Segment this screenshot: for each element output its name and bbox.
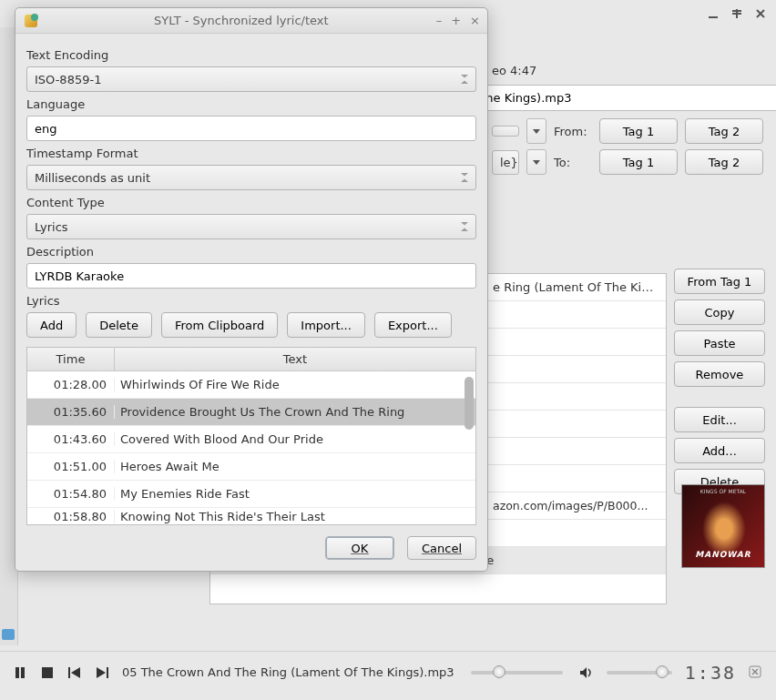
lyric-text: Knowing Not This Ride's Their Last xyxy=(115,510,475,523)
prev-track-icon[interactable] xyxy=(67,665,82,680)
lyric-text: Heroes Await Me xyxy=(115,460,475,473)
lyric-time: 01:35.60 xyxy=(27,405,115,419)
folder-icon[interactable] xyxy=(2,629,15,640)
lyric-text: Providence Brought Us The Crown And The … xyxy=(115,405,475,419)
svg-rect-9 xyxy=(21,667,25,678)
scrollbar-thumb[interactable] xyxy=(465,377,474,430)
lyric-time: 01:58.80 xyxy=(27,510,115,523)
dialog-minimize-icon[interactable]: – xyxy=(436,14,443,27)
album-figure xyxy=(702,502,746,556)
add-button[interactable]: Add... xyxy=(674,438,765,463)
svg-marker-15 xyxy=(580,667,587,678)
dialog-maximize-icon[interactable]: + xyxy=(451,14,461,27)
text-encoding-combo[interactable]: ISO-8859-1 xyxy=(26,66,476,92)
close-small-icon[interactable] xyxy=(749,665,763,680)
lyrics-row[interactable]: 01:43.60 Covered With Blood And Our Prid… xyxy=(27,426,475,453)
from-tag2-button[interactable]: Tag 2 xyxy=(685,118,763,144)
lyrics-row[interactable]: 01:54.80 My Enemies Ride Fast xyxy=(27,481,475,508)
text-encoding-label: Text Encoding xyxy=(26,48,476,62)
lyrics-toolbar: Add Delete From Clipboard Import... Expo… xyxy=(26,312,476,338)
lyric-time: 01:43.60 xyxy=(27,432,115,446)
from-clipboard-button[interactable]: From Clipboard xyxy=(161,312,278,338)
time-display: 1:38 xyxy=(685,662,736,684)
lyrics-delete-button[interactable]: Delete xyxy=(86,312,152,338)
svg-rect-0 xyxy=(709,16,718,18)
scrollbar[interactable] xyxy=(465,373,474,522)
chevron-down-icon[interactable] xyxy=(526,149,546,175)
album-art[interactable]: KINGS OF METAL MANOWAR xyxy=(681,484,765,568)
col-text-header[interactable]: Text xyxy=(115,348,475,370)
copy-button[interactable]: Copy xyxy=(674,299,765,325)
dialog-close-icon[interactable]: × xyxy=(470,14,480,27)
volume-slider[interactable] xyxy=(607,671,672,675)
timestamp-combo[interactable]: Milliseconds as unit xyxy=(26,165,476,190)
lyric-text: My Enemies Ride Fast xyxy=(115,487,475,501)
ok-button[interactable]: OK xyxy=(325,536,394,560)
svg-rect-3 xyxy=(736,9,738,18)
to-format-combo[interactable]: le} xyxy=(492,150,519,175)
svg-marker-7 xyxy=(533,160,540,165)
lyric-text: Covered With Blood And Our Pride xyxy=(115,432,475,446)
lyrics-add-button[interactable]: Add xyxy=(26,312,77,338)
player-bar: 05 The Crown And The Ring (Lament Of The… xyxy=(0,651,776,693)
minimize-icon[interactable] xyxy=(707,7,720,20)
edit-button[interactable]: Edit... xyxy=(674,407,765,432)
timestamp-value: Milliseconds as unit xyxy=(35,171,150,185)
chevron-down-icon[interactable] xyxy=(526,118,546,144)
content-type-combo[interactable]: Lyrics xyxy=(26,214,476,239)
lyric-time: 01:54.80 xyxy=(27,487,115,501)
to-tag1-button[interactable]: Tag 1 xyxy=(599,149,678,175)
dialog-footer: OK Cancel xyxy=(26,536,476,560)
lyric-time: 01:51.00 xyxy=(27,460,115,473)
lyrics-label: Lyrics xyxy=(26,294,476,308)
lyrics-table-header: Time Text xyxy=(27,348,475,371)
text-encoding-value: ISO-8859-1 xyxy=(35,73,101,86)
col-time-header[interactable]: Time xyxy=(27,348,115,370)
sylt-dialog: SYLT - Synchronized lyric/text – + × Tex… xyxy=(15,7,488,572)
lyrics-row[interactable]: 01:51.00 Heroes Await Me xyxy=(27,453,475,481)
album-top-text: KINGS OF METAL xyxy=(682,488,764,494)
close-icon[interactable] xyxy=(754,7,767,20)
album-logo-text: MANOWAR xyxy=(686,550,761,564)
now-playing-label: 05 The Crown And The Ring (Lament Of The… xyxy=(122,665,454,679)
lyrics-table-body: 01:28.00 Whirlwinds Of Fire We Ride 01:3… xyxy=(27,371,475,524)
svg-rect-10 xyxy=(42,667,53,678)
language-input[interactable] xyxy=(26,116,476,141)
svg-rect-11 xyxy=(68,667,70,678)
paste-button[interactable]: Paste xyxy=(674,330,765,356)
content-type-value: Lyrics xyxy=(35,220,68,234)
dialog-titlebar[interactable]: SYLT - Synchronized lyric/text – + × xyxy=(15,8,487,34)
svg-marker-12 xyxy=(71,667,80,678)
lyrics-row[interactable]: 01:58.80 Knowing Not This Ride's Their L… xyxy=(27,508,475,524)
pause-icon[interactable] xyxy=(13,665,27,680)
description-label: Description xyxy=(26,245,476,259)
to-label: To: xyxy=(554,156,592,169)
dialog-title: SYLT - Synchronized lyric/text xyxy=(46,14,436,27)
remove-button[interactable]: Remove xyxy=(674,361,765,387)
export-button[interactable]: Export... xyxy=(374,312,452,338)
lyric-time: 01:28.00 xyxy=(27,378,115,391)
timestamp-label: Timestamp Format xyxy=(26,147,476,160)
seek-slider[interactable] xyxy=(471,671,563,675)
stop-icon[interactable] xyxy=(40,665,55,680)
svg-marker-13 xyxy=(97,667,106,678)
lyrics-row[interactable]: 01:28.00 Whirlwinds Of Fire We Ride xyxy=(27,371,475,399)
description-input[interactable] xyxy=(26,263,476,289)
svg-rect-8 xyxy=(15,667,19,678)
lyrics-row[interactable]: 01:35.60 Providence Brought Us The Crown… xyxy=(27,399,475,426)
content-type-label: Content Type xyxy=(26,196,476,209)
svg-marker-6 xyxy=(533,129,540,134)
to-tag2-button[interactable]: Tag 2 xyxy=(685,149,763,175)
volume-icon[interactable] xyxy=(579,665,594,680)
from-tag1-side-button[interactable]: From Tag 1 xyxy=(674,269,765,294)
lyric-text: Whirlwinds Of Fire We Ride xyxy=(115,378,475,391)
maximize-icon[interactable] xyxy=(730,7,743,20)
main-window: eo 4:47 From: Tag 1 Tag 2 le} To: Tag 1 … xyxy=(0,0,776,700)
svg-rect-14 xyxy=(107,667,108,678)
next-track-icon[interactable] xyxy=(95,665,109,680)
cancel-button[interactable]: Cancel xyxy=(407,536,476,560)
side-panel: From Tag 1 Copy Paste Remove Edit... Add… xyxy=(674,269,765,494)
import-button[interactable]: Import... xyxy=(287,312,365,338)
from-tag1-button[interactable]: Tag 1 xyxy=(599,118,678,144)
from-format-combo[interactable] xyxy=(492,126,519,137)
